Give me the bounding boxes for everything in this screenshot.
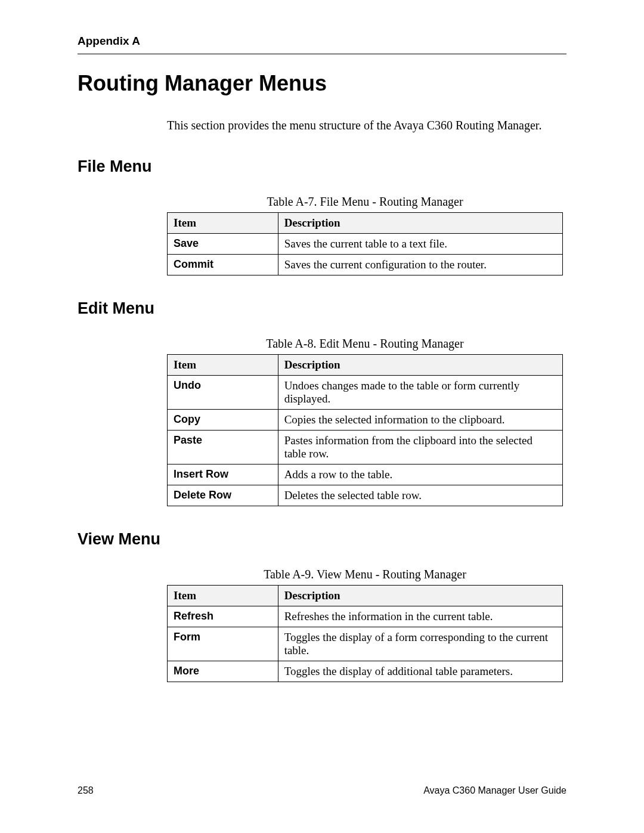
table-row: Paste Pastes information from the clipbo… [168,431,563,465]
table-cell-desc: Undoes changes made to the table or form… [278,376,562,410]
table-cell-item: Paste [168,431,278,465]
header-rule [78,54,566,54]
section-heading-file: File Menu [78,157,566,176]
table-header-row: Item Description [168,586,563,606]
table-cell-item: Refresh [168,606,278,627]
table-cell-desc: Refreshes the information in the current… [278,606,562,627]
table-caption-file: Table A-7. File Menu - Routing Manager [167,195,563,209]
table-block-view: Table A-9. View Menu - Routing Manager I… [167,568,563,682]
table-cell-item: Undo [168,376,278,410]
table-cell-desc: Saves the current configuration to the r… [278,255,562,275]
table-cell-item: Commit [168,255,278,275]
table-row: Form Toggles the display of a form corre… [168,627,563,661]
table-cell-desc: Copies the selected information to the c… [278,410,562,431]
col-desc-header: Description [278,213,562,234]
table-cell-desc: Toggles the display of a form correspond… [278,627,562,661]
table-edit: Item Description Undo Undoes changes mad… [167,354,563,506]
table-caption-edit: Table A-8. Edit Menu - Routing Manager [167,337,563,351]
page-footer: 258 Avaya C360 Manager User Guide [78,785,566,796]
table-cell-desc: Deletes the selected table row. [278,485,562,506]
table-row: Save Saves the current table to a text f… [168,234,563,255]
col-item-header: Item [168,213,278,234]
table-row: Refresh Refreshes the information in the… [168,606,563,627]
table-row: Undo Undoes changes made to the table or… [168,376,563,410]
running-header: Appendix A [78,35,566,48]
table-row: More Toggles the display of additional t… [168,661,563,682]
intro-paragraph: This section provides the menu structure… [167,117,566,134]
footer-guide-title: Avaya C360 Manager User Guide [423,785,566,796]
table-cell-desc: Saves the current table to a text file. [278,234,562,255]
table-file: Item Description Save Saves the current … [167,212,563,275]
table-cell-item: Form [168,627,278,661]
table-header-row: Item Description [168,355,563,376]
col-desc-header: Description [278,355,562,376]
table-cell-item: Insert Row [168,465,278,485]
table-block-file: Table A-7. File Menu - Routing Manager I… [167,195,563,275]
section-heading-view: View Menu [78,530,566,549]
col-item-header: Item [168,586,278,606]
table-cell-item: Copy [168,410,278,431]
col-item-header: Item [168,355,278,376]
table-caption-view: Table A-9. View Menu - Routing Manager [167,568,563,581]
table-header-row: Item Description [168,213,563,234]
table-view: Item Description Refresh Refreshes the i… [167,585,563,682]
table-cell-desc: Adds a row to the table. [278,465,562,485]
page-number: 258 [78,785,94,796]
page: Appendix A Routing Manager Menus This se… [0,0,644,833]
table-row: Insert Row Adds a row to the table. [168,465,563,485]
table-cell-item: More [168,661,278,682]
table-block-edit: Table A-8. Edit Menu - Routing Manager I… [167,337,563,506]
table-cell-item: Delete Row [168,485,278,506]
table-cell-desc: Toggles the display of additional table … [278,661,562,682]
page-title: Routing Manager Menus [78,71,566,96]
table-cell-desc: Pastes information from the clipboard in… [278,431,562,465]
table-cell-item: Save [168,234,278,255]
table-row: Copy Copies the selected information to … [168,410,563,431]
table-row: Commit Saves the current configuration t… [168,255,563,275]
table-row: Delete Row Deletes the selected table ro… [168,485,563,506]
section-heading-edit: Edit Menu [78,299,566,318]
col-desc-header: Description [278,586,562,606]
